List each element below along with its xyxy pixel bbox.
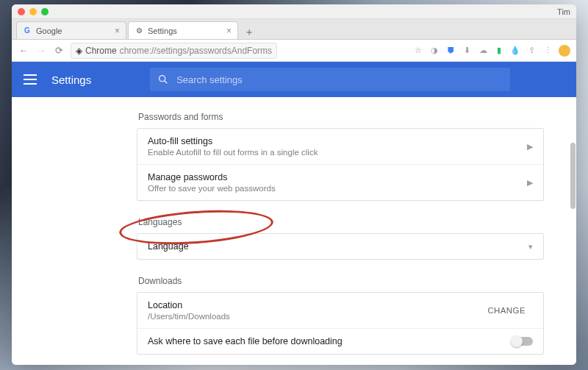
reload-button[interactable]: ⟳: [53, 45, 65, 56]
new-tab-button[interactable]: ＋: [243, 26, 256, 39]
avatar-icon[interactable]: [559, 45, 570, 57]
chevron-down-icon: ▾: [528, 242, 533, 252]
settings-search[interactable]: [150, 68, 510, 91]
search-icon: [157, 74, 169, 85]
extension-icon[interactable]: ⛊: [445, 46, 456, 56]
row-subtitle: Offer to save your web passwords: [148, 184, 276, 193]
forward-button[interactable]: →: [35, 45, 47, 56]
settings-header: Settings: [12, 62, 576, 97]
extension-icon[interactable]: ▮: [494, 46, 504, 56]
close-tab-icon[interactable]: ×: [115, 26, 120, 36]
manage-passwords-row[interactable]: Manage passwords Offer to save your web …: [137, 164, 543, 200]
tab-strip: G Google × ⚙ Settings × ＋: [12, 19, 576, 40]
settings-body: Passwords and forms Auto-fill settings E…: [12, 97, 576, 365]
star-icon[interactable]: ☆: [413, 46, 423, 56]
window-zoom-icon[interactable]: [41, 8, 49, 15]
gear-favicon-icon: ⚙: [135, 26, 143, 35]
autofill-settings-row[interactable]: Auto-fill settings Enable Autofill to fi…: [137, 129, 543, 164]
window-minimize-icon[interactable]: [29, 8, 37, 15]
window-close-icon[interactable]: [18, 8, 25, 15]
url-text: chrome://settings/passwordsAndForms: [120, 46, 272, 56]
tab-label: Settings: [148, 26, 177, 35]
svg-line-1: [165, 81, 168, 84]
cloud-icon[interactable]: ☁: [478, 46, 488, 56]
scrollbar-thumb[interactable]: [570, 143, 576, 209]
row-title: Location: [148, 300, 230, 310]
menu-button[interactable]: [24, 74, 37, 85]
ask-save-toggle[interactable]: [512, 337, 533, 346]
section-title-downloads: Downloads: [138, 276, 576, 286]
languages-card: Language ▾: [137, 233, 544, 260]
chevron-right-icon: ▶: [527, 142, 533, 152]
window-titlebar: Tim: [12, 4, 576, 19]
ask-save-location-row: Ask where to save each file before downl…: [137, 328, 543, 354]
passwords-forms-card: Auto-fill settings Enable Autofill to fi…: [137, 128, 544, 201]
menu-icon[interactable]: ⋮: [542, 46, 553, 56]
svg-point-0: [159, 76, 165, 82]
toolbar: ← → ⟳ ◈ Chrome chrome://settings/passwor…: [12, 40, 576, 62]
row-title: Auto-fill settings: [148, 136, 318, 146]
change-location-button[interactable]: CHANGE: [480, 302, 533, 319]
page-content: Settings Passwords and forms Auto-fill s…: [12, 62, 576, 365]
tab-label: Google: [36, 26, 62, 35]
row-title: Language: [148, 241, 189, 252]
browser-window: Tim G Google × ⚙ Settings × ＋ ← → ⟳ ◈ Ch…: [12, 4, 576, 365]
tab-google[interactable]: G Google ×: [16, 21, 126, 39]
tab-settings[interactable]: ⚙ Settings ×: [128, 21, 238, 39]
chevron-right-icon: ▶: [527, 178, 533, 188]
download-location-row: Location /Users/tim/Downloads CHANGE: [137, 293, 543, 328]
downloads-card: Location /Users/tim/Downloads CHANGE Ask…: [137, 292, 544, 355]
row-title: Ask where to save each file before downl…: [148, 336, 343, 346]
share-icon[interactable]: ⇪: [526, 46, 537, 56]
address-bar[interactable]: ◈ Chrome chrome://settings/passwordsAndF…: [71, 43, 277, 59]
site-info-icon: ◈: [76, 46, 82, 56]
page-title: Settings: [51, 74, 91, 86]
back-button[interactable]: ←: [18, 45, 29, 56]
url-chip: Chrome: [85, 46, 117, 56]
language-row[interactable]: Language ▾: [137, 234, 543, 259]
section-title-languages: Languages: [138, 217, 576, 227]
download-path: /Users/tim/Downloads: [148, 312, 230, 321]
section-title-passwords: Passwords and forms: [138, 112, 576, 122]
profile-name[interactable]: Tim: [557, 7, 570, 16]
extension-icon[interactable]: ◑: [429, 46, 440, 56]
droplet-icon[interactable]: 💧: [510, 46, 520, 56]
download-icon[interactable]: ⬇: [462, 46, 472, 56]
row-title: Manage passwords: [148, 172, 276, 182]
row-subtitle: Enable Autofill to fill out forms in a s…: [148, 148, 318, 157]
search-input[interactable]: [176, 74, 503, 85]
toolbar-actions: ☆ ◑ ⛊ ⬇ ☁ ▮ 💧 ⇪ ⋮: [413, 45, 570, 57]
google-favicon-icon: G: [23, 26, 32, 35]
close-tab-icon[interactable]: ×: [226, 26, 232, 36]
